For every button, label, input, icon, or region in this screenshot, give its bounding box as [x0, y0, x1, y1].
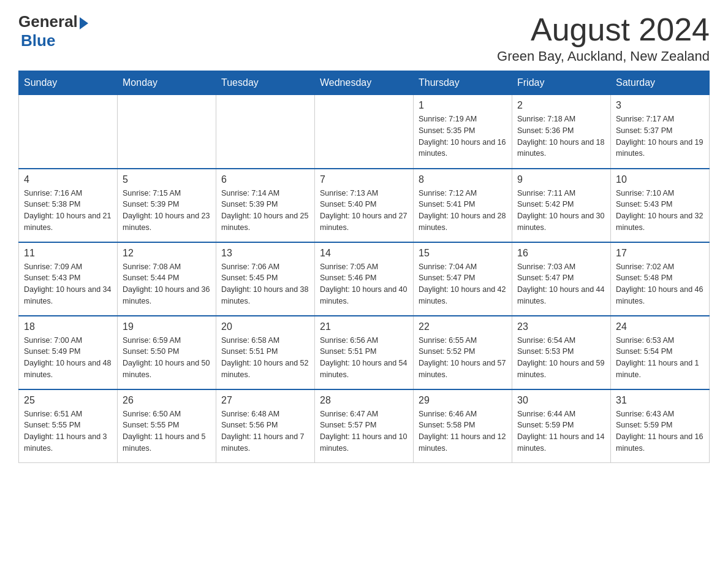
calendar-cell: 20Sunrise: 6:58 AM Sunset: 5:51 PM Dayli…: [216, 316, 315, 389]
day-info: Sunrise: 6:54 AM Sunset: 5:53 PM Dayligh…: [517, 335, 605, 381]
day-number: 31: [616, 395, 704, 406]
calendar-week-row: 1Sunrise: 7:19 AM Sunset: 5:35 PM Daylig…: [19, 95, 710, 169]
col-header-thursday: Thursday: [414, 71, 512, 95]
day-number: 20: [221, 321, 309, 332]
col-header-wednesday: Wednesday: [315, 71, 414, 95]
day-number: 22: [419, 321, 507, 332]
day-info: Sunrise: 7:14 AM Sunset: 5:39 PM Dayligh…: [221, 188, 309, 234]
logo-blue-text: Blue: [21, 31, 55, 50]
calendar-cell: 3Sunrise: 7:17 AM Sunset: 5:37 PM Daylig…: [611, 95, 710, 169]
col-header-saturday: Saturday: [611, 71, 710, 95]
day-info: Sunrise: 6:58 AM Sunset: 5:51 PM Dayligh…: [221, 335, 309, 381]
day-number: 13: [221, 248, 309, 259]
calendar-cell: [118, 95, 216, 169]
day-info: Sunrise: 7:11 AM Sunset: 5:42 PM Dayligh…: [517, 188, 605, 234]
calendar-header-row: SundayMondayTuesdayWednesdayThursdayFrid…: [19, 71, 710, 95]
col-header-tuesday: Tuesday: [216, 71, 315, 95]
day-info: Sunrise: 7:02 AM Sunset: 5:48 PM Dayligh…: [616, 261, 704, 307]
calendar-cell: 15Sunrise: 7:04 AM Sunset: 5:47 PM Dayli…: [414, 242, 512, 316]
day-info: Sunrise: 7:08 AM Sunset: 5:44 PM Dayligh…: [123, 261, 211, 307]
day-number: 15: [419, 248, 507, 259]
day-info: Sunrise: 6:48 AM Sunset: 5:56 PM Dayligh…: [221, 408, 309, 454]
day-number: 11: [24, 248, 112, 259]
calendar-cell: 24Sunrise: 6:53 AM Sunset: 5:54 PM Dayli…: [611, 316, 710, 389]
day-number: 8: [419, 174, 507, 185]
day-info: Sunrise: 7:19 AM Sunset: 5:35 PM Dayligh…: [419, 113, 507, 159]
title-section: August 2024 Green Bay, Auckland, New Zea…: [497, 12, 710, 64]
calendar-cell: 11Sunrise: 7:09 AM Sunset: 5:43 PM Dayli…: [19, 242, 118, 316]
calendar-cell: 17Sunrise: 7:02 AM Sunset: 5:48 PM Dayli…: [611, 242, 710, 316]
day-number: 29: [419, 395, 507, 406]
day-number: 27: [221, 395, 309, 406]
calendar-cell: 29Sunrise: 6:46 AM Sunset: 5:58 PM Dayli…: [414, 389, 512, 463]
day-number: 30: [517, 395, 605, 406]
calendar-cell: [19, 95, 118, 169]
calendar-cell: 25Sunrise: 6:51 AM Sunset: 5:55 PM Dayli…: [19, 389, 118, 463]
calendar-cell: 8Sunrise: 7:12 AM Sunset: 5:41 PM Daylig…: [414, 169, 512, 242]
calendar-cell: 16Sunrise: 7:03 AM Sunset: 5:47 PM Dayli…: [512, 242, 611, 316]
calendar-cell: 30Sunrise: 6:44 AM Sunset: 5:59 PM Dayli…: [512, 389, 611, 463]
day-number: 7: [320, 174, 408, 185]
calendar-cell: 28Sunrise: 6:47 AM Sunset: 5:57 PM Dayli…: [315, 389, 414, 463]
calendar-cell: 1Sunrise: 7:19 AM Sunset: 5:35 PM Daylig…: [414, 95, 512, 169]
col-header-friday: Friday: [512, 71, 611, 95]
day-info: Sunrise: 6:55 AM Sunset: 5:52 PM Dayligh…: [419, 335, 507, 381]
day-info: Sunrise: 6:51 AM Sunset: 5:55 PM Dayligh…: [24, 408, 112, 454]
month-title: August 2024: [497, 12, 710, 47]
calendar-cell: 21Sunrise: 6:56 AM Sunset: 5:51 PM Dayli…: [315, 316, 414, 389]
page-header: General Blue August 2024 Green Bay, Auck…: [18, 12, 710, 64]
day-info: Sunrise: 7:09 AM Sunset: 5:43 PM Dayligh…: [24, 261, 112, 307]
day-info: Sunrise: 7:03 AM Sunset: 5:47 PM Dayligh…: [517, 261, 605, 307]
day-number: 2: [517, 100, 605, 111]
day-number: 12: [123, 248, 211, 259]
day-info: Sunrise: 6:46 AM Sunset: 5:58 PM Dayligh…: [419, 408, 507, 454]
day-info: Sunrise: 7:17 AM Sunset: 5:37 PM Dayligh…: [616, 113, 704, 159]
calendar-week-row: 25Sunrise: 6:51 AM Sunset: 5:55 PM Dayli…: [19, 389, 710, 463]
day-info: Sunrise: 7:16 AM Sunset: 5:38 PM Dayligh…: [24, 188, 112, 234]
calendar-cell: [216, 95, 315, 169]
calendar-cell: [315, 95, 414, 169]
calendar-cell: 7Sunrise: 7:13 AM Sunset: 5:40 PM Daylig…: [315, 169, 414, 242]
day-number: 9: [517, 174, 605, 185]
day-info: Sunrise: 7:18 AM Sunset: 5:36 PM Dayligh…: [517, 113, 605, 159]
col-header-sunday: Sunday: [19, 71, 118, 95]
calendar-cell: 10Sunrise: 7:10 AM Sunset: 5:43 PM Dayli…: [611, 169, 710, 242]
calendar-table: SundayMondayTuesdayWednesdayThursdayFrid…: [18, 71, 710, 463]
day-number: 6: [221, 174, 309, 185]
day-info: Sunrise: 7:00 AM Sunset: 5:49 PM Dayligh…: [24, 335, 112, 381]
calendar-week-row: 11Sunrise: 7:09 AM Sunset: 5:43 PM Dayli…: [19, 242, 710, 316]
day-info: Sunrise: 7:10 AM Sunset: 5:43 PM Dayligh…: [616, 188, 704, 234]
day-info: Sunrise: 6:56 AM Sunset: 5:51 PM Dayligh…: [320, 335, 408, 381]
calendar-cell: 2Sunrise: 7:18 AM Sunset: 5:36 PM Daylig…: [512, 95, 611, 169]
calendar-cell: 9Sunrise: 7:11 AM Sunset: 5:42 PM Daylig…: [512, 169, 611, 242]
calendar-cell: 4Sunrise: 7:16 AM Sunset: 5:38 PM Daylig…: [19, 169, 118, 242]
logo: General Blue: [18, 12, 88, 50]
location-label: Green Bay, Auckland, New Zealand: [497, 48, 710, 64]
day-number: 5: [123, 174, 211, 185]
day-number: 4: [24, 174, 112, 185]
day-number: 18: [24, 321, 112, 332]
calendar-cell: 19Sunrise: 6:59 AM Sunset: 5:50 PM Dayli…: [118, 316, 216, 389]
day-number: 21: [320, 321, 408, 332]
calendar-week-row: 18Sunrise: 7:00 AM Sunset: 5:49 PM Dayli…: [19, 316, 710, 389]
day-number: 28: [320, 395, 408, 406]
calendar-cell: 23Sunrise: 6:54 AM Sunset: 5:53 PM Dayli…: [512, 316, 611, 389]
calendar-cell: 31Sunrise: 6:43 AM Sunset: 5:59 PM Dayli…: [611, 389, 710, 463]
day-info: Sunrise: 6:47 AM Sunset: 5:57 PM Dayligh…: [320, 408, 408, 454]
day-number: 19: [123, 321, 211, 332]
day-info: Sunrise: 7:04 AM Sunset: 5:47 PM Dayligh…: [419, 261, 507, 307]
col-header-monday: Monday: [118, 71, 216, 95]
day-info: Sunrise: 6:50 AM Sunset: 5:55 PM Dayligh…: [123, 408, 211, 454]
calendar-week-row: 4Sunrise: 7:16 AM Sunset: 5:38 PM Daylig…: [19, 169, 710, 242]
day-number: 14: [320, 248, 408, 259]
day-info: Sunrise: 6:44 AM Sunset: 5:59 PM Dayligh…: [517, 408, 605, 454]
calendar-cell: 27Sunrise: 6:48 AM Sunset: 5:56 PM Dayli…: [216, 389, 315, 463]
day-info: Sunrise: 6:53 AM Sunset: 5:54 PM Dayligh…: [616, 335, 704, 381]
logo-arrow-icon: [80, 17, 88, 29]
day-number: 3: [616, 100, 704, 111]
calendar-cell: 18Sunrise: 7:00 AM Sunset: 5:49 PM Dayli…: [19, 316, 118, 389]
calendar-cell: 26Sunrise: 6:50 AM Sunset: 5:55 PM Dayli…: [118, 389, 216, 463]
day-info: Sunrise: 7:13 AM Sunset: 5:40 PM Dayligh…: [320, 188, 408, 234]
day-info: Sunrise: 7:12 AM Sunset: 5:41 PM Dayligh…: [419, 188, 507, 234]
calendar-cell: 5Sunrise: 7:15 AM Sunset: 5:39 PM Daylig…: [118, 169, 216, 242]
